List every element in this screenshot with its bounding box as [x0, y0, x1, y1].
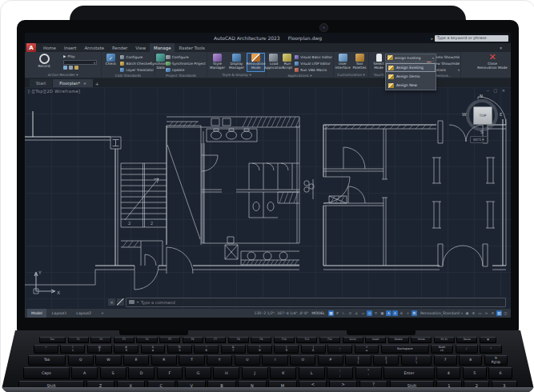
configure-project-button[interactable]: Configure: [166, 54, 206, 60]
status-tool-icon[interactable]: A: [399, 310, 404, 316]
keyboard-key[interactable]: T: [179, 355, 204, 366]
load-application-button[interactable]: Load Application: [267, 53, 280, 73]
keyboard-key[interactable]: _ -: [327, 345, 352, 354]
status-tool-icon[interactable]: ▤: [496, 310, 502, 316]
status-tool-icon[interactable]: ∠: [354, 310, 359, 316]
tab-render[interactable]: Render: [108, 43, 131, 52]
assign-menu-item[interactable]: Assign Demo: [386, 72, 436, 81]
keyboard-key[interactable]: " ': [355, 367, 382, 379]
keyboard-key[interactable]: O: [290, 355, 315, 366]
file-tab-start[interactable]: Start: [30, 79, 52, 87]
keyboard-key[interactable]: Esc: [39, 337, 66, 343]
check-button[interactable]: ✓ Check: [102, 53, 119, 73]
keyboard-key[interactable]: { [: [345, 355, 371, 366]
keyboard-key[interactable]: 7: [434, 355, 457, 366]
drawing-canvas[interactable]: 2 2 [-][Top][2D Wireframe] ‒ □ ✕ N W E S…: [25, 87, 511, 309]
play-button[interactable]: ▶Play: [63, 54, 100, 59]
keyboard-key[interactable]: Delete: [388, 337, 409, 343]
status-tool-icon[interactable]: +: [405, 310, 411, 316]
viewcube-south[interactable]: S: [480, 130, 484, 134]
command-customize-icon[interactable]: [117, 298, 124, 306]
keyboard-key[interactable]: S: [100, 367, 126, 379]
viewport-controls[interactable]: [-][Top][2D Wireframe]: [28, 89, 80, 94]
keyboard-key[interactable]: @ 2: [87, 345, 112, 354]
keyboard-key[interactable]: Prt Sc: [434, 337, 455, 343]
keyboard-key[interactable]: # 3: [114, 345, 139, 354]
keyboard-key[interactable]: ( 9: [274, 345, 299, 354]
keyboard-key[interactable]: F1: [68, 337, 89, 343]
status-tool-icon[interactable]: ▦: [328, 310, 334, 316]
keyboard-key[interactable]: Tab: [28, 355, 66, 366]
keyboard-key[interactable]: Pause: [456, 337, 477, 343]
synchronize-data-button[interactable]: Synchronize Data: [156, 53, 165, 73]
panel-label-style-display[interactable]: Style & Display ▾: [207, 72, 266, 78]
user-interface-button[interactable]: User Interface: [335, 53, 351, 72]
keyboard-key[interactable]: Y: [207, 355, 232, 366]
new-drawing-tab-button[interactable]: +: [94, 80, 101, 87]
viewcube-top-face[interactable]: TOP: [473, 106, 492, 125]
status-tool-icon[interactable]: ⊙: [347, 310, 353, 316]
tab-annotate[interactable]: Annotate: [80, 43, 108, 52]
panel-label-cad-standards[interactable]: CAD Standards: [102, 73, 155, 78]
keyboard-key[interactable]: ScrLk: [343, 337, 363, 343]
keyboard-key[interactable]: F7: [205, 337, 226, 343]
keyboard-key[interactable]: 8: [459, 355, 482, 366]
synchronize-project-button[interactable]: Synchronize Project: [166, 61, 206, 66]
record-button[interactable]: Record: [26, 53, 62, 72]
keyboard-key[interactable]: Home: [411, 337, 432, 343]
keyboard-key[interactable]: /: [456, 345, 478, 354]
display-manager-button[interactable]: Display Manager: [227, 53, 246, 72]
keyboard-key[interactable]: F8: [228, 337, 249, 343]
run-script-button[interactable]: Run Script: [281, 53, 294, 73]
keyboard-key[interactable]: ^ 6: [194, 345, 219, 354]
keyboard-key[interactable]: F12: [319, 337, 340, 343]
run-vba-macro-button[interactable]: Run VBA Macro: [295, 67, 332, 73]
keyboard-key[interactable]: E: [123, 355, 149, 366]
command-caret-icon[interactable]: ▾: [137, 300, 139, 304]
keyboard-key[interactable]: ◉: [480, 337, 496, 343]
file-tab-floorplan[interactable]: Floorplan* ✕: [53, 79, 93, 87]
keyboard-key[interactable]: J: [242, 367, 268, 379]
keyboard-key[interactable]: *: [480, 345, 502, 354]
keyboard-key[interactable]: | \: [401, 355, 432, 366]
keyboard-key[interactable]: F4: [136, 337, 157, 343]
keyboard-key[interactable]: F9: [251, 337, 271, 343]
tab-view[interactable]: View: [131, 43, 150, 52]
status-tool-icon[interactable]: ≈: [484, 310, 489, 316]
status-tool-icon[interactable]: ◫: [503, 310, 508, 316]
keyboard-key[interactable]: F6: [183, 337, 203, 343]
close-renovation-mode-button[interactable]: ✕ Close Renovation Mode: [475, 53, 510, 72]
keyboard-key[interactable]: Q: [68, 355, 94, 366]
tab-insert[interactable]: Insert: [60, 43, 80, 52]
renovation-mode-button[interactable]: Renovation Mode: [247, 53, 265, 72]
insert-pause-icon[interactable]: [69, 66, 73, 70]
assign-menu-item[interactable]: Assign Existing: [386, 63, 436, 72]
keyboard-key[interactable]: Enter: [383, 367, 435, 379]
status-tool-icon[interactable]: ⊕: [471, 310, 476, 316]
keyboard-key[interactable]: P: [318, 355, 343, 366]
keyboard-key[interactable]: F5: [159, 337, 180, 343]
drawing-window-buttons[interactable]: ‒ □ ✕: [487, 88, 507, 93]
status-tool-icon[interactable]: ▣: [379, 310, 385, 316]
help-search-input[interactable]: Type a keyword or phrase: [435, 35, 508, 42]
keyboard-key[interactable]: F2: [90, 337, 111, 343]
status-tool-icon[interactable]: ▭: [477, 310, 483, 316]
model-tab[interactable]: Model: [27, 309, 46, 318]
layer-translator-button[interactable]: Layer Translator: [120, 67, 154, 73]
keyboard-key[interactable]: L: [299, 367, 325, 379]
command-close-icon[interactable]: ✕: [108, 298, 115, 306]
tab-raster-tools[interactable]: Raster Tools: [175, 43, 208, 52]
keyboard-key[interactable]: 4: [436, 367, 460, 379]
keyboard-key[interactable]: ! 1: [60, 345, 85, 354]
keyboard-key[interactable]: U: [235, 355, 260, 366]
keyboard-key[interactable]: & 7: [221, 345, 246, 354]
keyboard-key[interactable]: D: [128, 367, 155, 379]
keyboard-key[interactable]: W: [95, 355, 121, 366]
status-tool-icon[interactable]: ∧: [386, 310, 391, 316]
visual-lisp-editor-button[interactable]: Visual LISP Editor: [295, 61, 332, 66]
status-tool-icon[interactable]: ∧: [392, 310, 398, 316]
status-tool-icon[interactable]: ▱: [360, 310, 366, 316]
keyboard-key[interactable]: G: [185, 367, 211, 379]
keyboard-key[interactable]: F: [157, 367, 183, 379]
batch-checker-button[interactable]: Batch Checker: [120, 61, 154, 66]
